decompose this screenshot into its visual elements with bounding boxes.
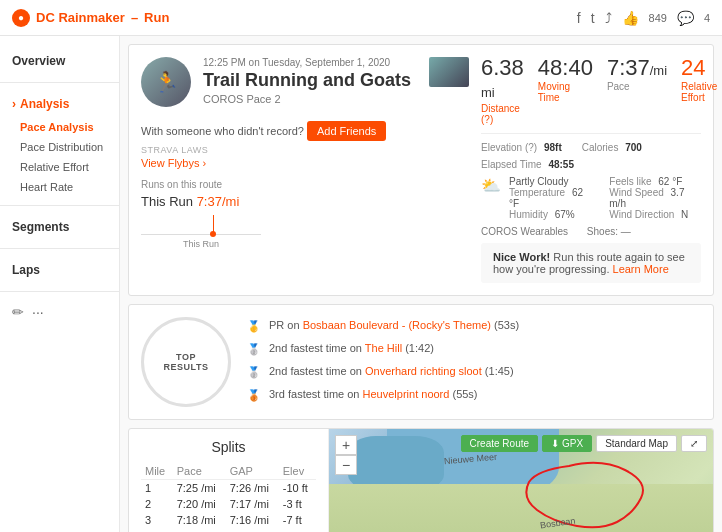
nice-work-section: Nice Work! Run this route again to see h… xyxy=(481,243,701,283)
edit-icon[interactable]: ✏ xyxy=(12,304,24,320)
main-content: 🏃 12:25 PM on Tuesday, September 1, 2020… xyxy=(120,36,722,532)
activity-device: COROS Pace 2 xyxy=(203,93,417,105)
activity-header: 🏃 12:25 PM on Tuesday, September 1, 2020… xyxy=(141,57,469,107)
sidebar-bottom-actions: ✏ ··· xyxy=(0,296,119,328)
medal-bronze-icon: 🥉 xyxy=(247,389,263,405)
result-item-3: 🥈 2nd fastest time on Onverhard richting… xyxy=(247,365,701,382)
friends-section: With someone who didn't record? Add Frie… xyxy=(141,117,469,175)
sidebar-item-overview[interactable]: Overview xyxy=(0,48,119,74)
distance-unit: mi xyxy=(481,85,495,100)
re-value: 24 xyxy=(681,57,717,79)
sidebar-item-segments[interactable]: Segments xyxy=(0,214,119,240)
create-route-button[interactable]: Create Route xyxy=(461,435,538,452)
split-pace-3: 7:18 /mi xyxy=(173,512,226,528)
bottom-section: Splits Mile Pace GAP Elev xyxy=(128,428,714,532)
sidebar-item-pace-distribution[interactable]: Pace Distribution xyxy=(0,137,119,157)
sidebar-item-laps[interactable]: Laps xyxy=(0,257,119,283)
calories-label: Calories xyxy=(582,142,619,153)
sidebar-overview-section: Overview xyxy=(0,44,119,78)
result-item-1: 🥇 PR on Bosbaan Boulevard - (Rocky's The… xyxy=(247,319,701,336)
nice-work-title: Nice Work! xyxy=(493,251,550,263)
weather-right: Feels like 62 °F Wind Speed 3.7 m/h Wind… xyxy=(609,176,701,220)
map-background: Nieuwe Meer Bosbaan + − Create Route ⬇ xyxy=(329,429,713,532)
activity-title: Trail Running and Goats xyxy=(203,70,417,91)
expand-map-button[interactable]: ⤢ xyxy=(681,435,707,452)
learn-more-link[interactable]: Learn More xyxy=(613,263,669,275)
map-zoom-controls: + − xyxy=(335,435,357,475)
weather-feels-like: Feels like 62 °F xyxy=(609,176,701,187)
view-flybys-link[interactable]: View Flybys › xyxy=(141,157,469,169)
stat-distance: 6.38 mi Distance (?) xyxy=(481,57,524,125)
moving-time-value: 48:40 xyxy=(538,57,593,79)
weather-left: Partly Cloudy Temperature 62 °F Humidity… xyxy=(509,176,593,220)
more-icon[interactable]: ··· xyxy=(32,304,44,320)
sidebar-item-relative-effort[interactable]: Relative Effort xyxy=(0,157,119,177)
split-pace-2: 7:20 /mi xyxy=(173,496,226,512)
sidebar: Overview › Analysis Pace Analysis Pace D… xyxy=(0,36,120,532)
result-text-2: 2nd fastest time on The Hill (1:42) xyxy=(269,342,434,354)
split-elev-1: -10 ft xyxy=(279,480,316,497)
comment-icon[interactable]: 💬 xyxy=(677,10,694,26)
zoom-in-button[interactable]: + xyxy=(335,435,357,455)
zoom-out-button[interactable]: − xyxy=(335,455,357,475)
re-label: Relative Effort xyxy=(681,81,717,103)
analysis-label: Analysis xyxy=(20,97,69,111)
splits-col-gap: GAP xyxy=(226,463,279,480)
gpx-button[interactable]: ⬇ GPX xyxy=(542,435,592,452)
gpx-icon: ⬇ xyxy=(551,438,559,449)
brand-name: DC Rainmaker xyxy=(36,10,125,25)
result-text-3: 2nd fastest time on Onverhard richting s… xyxy=(269,365,514,377)
calories-value: 700 xyxy=(625,142,642,153)
elevation-label: Elevation (?) xyxy=(481,142,537,153)
elapsed-value: 48:55 xyxy=(548,159,574,170)
elapsed-row: Elapsed Time 48:55 xyxy=(481,159,701,170)
activity-card: 🏃 12:25 PM on Tuesday, September 1, 2020… xyxy=(128,44,714,296)
splits-col-mile: Mile xyxy=(141,463,173,480)
activity-info: 12:25 PM on Tuesday, September 1, 2020 T… xyxy=(203,57,417,105)
split-gap-1: 7:26 /mi xyxy=(226,480,279,497)
detail-rows: Elevation (?) 98ft Calories 700 xyxy=(481,142,701,153)
results-circle-line2: RESULTS xyxy=(164,362,209,372)
result-link-1[interactable]: Bosbaan Boulevard - (Rocky's Theme) xyxy=(303,319,491,331)
like-icon[interactable]: 👍 xyxy=(622,10,639,26)
stats-row: 6.38 mi Distance (?) 48:40 Moving Time 7 xyxy=(481,57,701,134)
stat-moving-time: 48:40 Moving Time xyxy=(538,57,593,125)
strava-laws: STRAVA LAWS xyxy=(141,145,469,155)
split-pace-1: 7:25 /mi xyxy=(173,480,226,497)
moving-time-label: Moving Time xyxy=(538,81,593,103)
result-link-4[interactable]: Heuvelprint noord xyxy=(363,388,450,400)
sidebar-item-heart-rate[interactable]: Heart Rate xyxy=(0,177,119,197)
medal-silver-2-icon: 🥈 xyxy=(247,366,263,382)
activity-stats: 6.38 mi Distance (?) 48:40 Moving Time 7 xyxy=(481,57,701,283)
middle-section: TOP RESULTS 🥇 PR on Bosbaan Boulevard - … xyxy=(128,304,714,420)
share-icon[interactable]: ⤴ xyxy=(605,10,612,26)
result-text-1: PR on Bosbaan Boulevard - (Rocky's Theme… xyxy=(269,319,519,331)
brand-icon: ● xyxy=(12,9,30,27)
standard-map-button[interactable]: Standard Map xyxy=(596,435,677,452)
elapsed-label: Elapsed Time xyxy=(481,159,542,170)
top-results-section: TOP RESULTS 🥇 PR on Bosbaan Boulevard - … xyxy=(129,305,713,419)
gear-row: COROS Wearables Shoes: — xyxy=(481,226,701,237)
route-chart: This Run xyxy=(141,215,261,245)
result-item-4: 🥉 3rd fastest time on Heuvelprint noord … xyxy=(247,388,701,405)
twitter-icon[interactable]: t xyxy=(591,10,595,26)
activity-timestamp: 12:25 PM on Tuesday, September 1, 2020 xyxy=(203,57,417,68)
detail-elevation: Elevation (?) 98ft xyxy=(481,142,562,153)
result-item-2: 🥈 2nd fastest time on The Hill (1:42) xyxy=(247,342,701,359)
result-link-2[interactable]: The Hill xyxy=(365,342,402,354)
pace-unit: /mi xyxy=(650,63,667,78)
facebook-icon[interactable]: f xyxy=(577,10,581,26)
add-friends-button[interactable]: Add Friends xyxy=(307,121,386,141)
split-gap-2: 7:17 /mi xyxy=(226,496,279,512)
splits-row-1: 1 7:25 /mi 7:26 /mi -10 ft xyxy=(141,480,316,497)
sidebar-item-pace-analysis[interactable]: Pace Analysis xyxy=(0,117,119,137)
splits-col-elev: Elev xyxy=(279,463,316,480)
result-link-3[interactable]: Onverhard richting sloot xyxy=(365,365,482,377)
avatar-image: 🏃 xyxy=(141,57,191,107)
nav-page: Run xyxy=(144,10,169,25)
split-mile-1: 1 xyxy=(141,480,173,497)
splits-col-pace: Pace xyxy=(173,463,226,480)
sidebar-analysis-header[interactable]: › Analysis xyxy=(0,91,119,117)
split-elev-3: -7 ft xyxy=(279,512,316,528)
split-elev-2: -3 ft xyxy=(279,496,316,512)
